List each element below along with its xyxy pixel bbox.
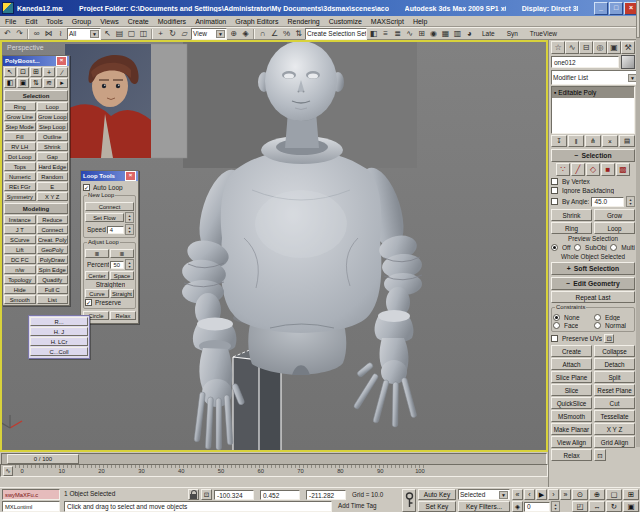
track-bar[interactable]: ∿ 0102030405060708090100 <box>0 464 548 477</box>
percent-field[interactable]: 50 <box>110 261 124 269</box>
render-frame-icon[interactable]: ▥ <box>452 28 463 39</box>
undo-icon[interactable]: ↶ <box>2 28 13 39</box>
connect-button[interactable]: Connect <box>85 202 134 211</box>
polyboost-button[interactable]: List <box>37 295 69 304</box>
absolute-offset-toggle[interactable]: ⊡ <box>201 489 212 500</box>
polyboost-button[interactable]: Ring <box>4 102 36 111</box>
pivot-center-icon[interactable]: ⊕ <box>228 28 239 39</box>
named-selection-dropdown[interactable]: Create Selection Set▼ <box>305 28 367 40</box>
menu-item[interactable]: File <box>5 18 16 25</box>
select-object-icon[interactable]: ↖ <box>102 28 113 39</box>
zoom-region-icon[interactable]: ◰ <box>572 501 588 512</box>
loop-shift-down-icon[interactable]: ≣ <box>110 249 134 258</box>
maximize-viewport-icon[interactable]: ▣ <box>623 501 639 512</box>
menu-item[interactable]: Create <box>128 18 149 25</box>
edit-geometry-button[interactable]: Attach <box>551 358 592 370</box>
edit-geometry-button[interactable]: QuickSlice <box>551 397 592 409</box>
menu-item[interactable]: Animation <box>195 18 226 25</box>
arc-rotate-icon[interactable]: ↻ <box>606 501 622 512</box>
pb-plus-icon[interactable]: + <box>43 67 55 77</box>
loop-button[interactable]: Loop <box>594 222 635 234</box>
polyboost-button[interactable]: Spin Edge <box>37 265 69 274</box>
polyboost-button[interactable]: Dot Loop <box>4 152 36 161</box>
prev-frame-icon[interactable]: ‹ <box>524 489 535 500</box>
flyout-button[interactable]: R... <box>30 317 88 326</box>
play-icon[interactable]: ▶ <box>536 489 547 500</box>
go-start-icon[interactable]: « <box>512 489 523 500</box>
polyboost-button[interactable]: PolyDraw <box>37 255 69 264</box>
schematic-view-icon[interactable]: ⊞ <box>416 28 427 39</box>
polyboost-button[interactable]: Symmetry <box>4 192 36 201</box>
constraint-none-radio[interactable] <box>553 314 560 321</box>
menu-item[interactable]: Rendering <box>287 18 319 25</box>
tab-utilities[interactable]: ⚒ <box>621 41 635 54</box>
window-crossing-icon[interactable]: ◫ <box>138 28 149 39</box>
polyboost-selection-rollout[interactable]: Selection <box>4 90 68 101</box>
minimize-button[interactable]: _ <box>594 2 608 15</box>
preserve-uvs-settings-icon[interactable]: ⊡ <box>604 334 614 343</box>
polyboost-button[interactable]: Loop <box>37 102 69 111</box>
edit-geometry-button[interactable]: Slice <box>551 384 592 396</box>
polyboost-button[interactable]: Outline <box>37 132 69 141</box>
redo-icon[interactable]: ↷ <box>14 28 25 39</box>
loop-tools-titlebar[interactable]: Loop Tools × <box>81 171 138 181</box>
ring-button[interactable]: Ring <box>551 222 592 234</box>
polyboost-button[interactable]: REt FGr <box>4 182 36 191</box>
mini-curve-editor-icon[interactable]: ∿ <box>3 466 13 476</box>
tab-display[interactable]: ▣ <box>607 41 621 54</box>
angle-snap-icon[interactable]: ∠ <box>269 28 280 39</box>
polyboost-button[interactable]: Smooth <box>4 295 36 304</box>
edit-geometry-button[interactable]: Slice Plane <box>551 371 592 383</box>
layer-manager-icon[interactable]: ≣ <box>392 28 403 39</box>
flyout-button[interactable]: C...Coll <box>30 347 88 356</box>
polyboost-button[interactable]: Creat. Poly <box>37 235 69 244</box>
polyboost-button[interactable]: Full C <box>37 285 69 294</box>
maxscript-mini-macro[interactable]: swyMaXFu.c <box>2 489 60 500</box>
set-key-button[interactable]: Set Key <box>418 501 456 512</box>
zoom-extents-icon[interactable]: ▢ <box>606 489 622 500</box>
close-icon[interactable]: × <box>125 171 136 181</box>
polyboost-button[interactable]: Hide <box>4 285 36 294</box>
toolbar-text-button[interactable]: Syn <box>501 30 524 37</box>
toolbar-text-button[interactable]: Late <box>476 30 501 37</box>
ignore-backfacing-checkbox[interactable] <box>551 187 558 194</box>
constraint-face-radio[interactable] <box>553 322 560 329</box>
selection-rollout-header[interactable]: Selection <box>551 149 635 162</box>
menu-item[interactable]: Customize <box>329 18 362 25</box>
lock-selection-button[interactable] <box>188 489 199 500</box>
speed-field[interactable]: 4 <box>107 226 124 234</box>
preview-subobj-radio[interactable] <box>574 244 581 251</box>
zoom-extents-all-icon[interactable]: ⊞ <box>623 489 639 500</box>
edit-geometry-button[interactable]: X Y Z <box>594 423 635 435</box>
panel-scrollbar[interactable] <box>636 0 640 447</box>
menu-item[interactable]: Tools <box>46 18 62 25</box>
current-frame-field[interactable]: 0 <box>524 502 550 512</box>
auto-loop-checkbox[interactable] <box>83 184 90 191</box>
polyboost-button[interactable]: J T <box>4 225 36 234</box>
rect-region-icon[interactable]: ▢ <box>126 28 137 39</box>
percent-spinner[interactable] <box>125 259 134 270</box>
tab-hierarchy[interactable]: ⊟ <box>579 41 593 54</box>
vertex-icon[interactable]: ∵ <box>556 163 570 176</box>
pb-vert-icon[interactable]: ⊡ <box>17 67 29 77</box>
edit-geometry-button[interactable]: Collapse <box>594 345 635 357</box>
render-icon[interactable]: ◕ <box>464 28 475 39</box>
shrink-button[interactable]: Shrink <box>551 209 592 221</box>
polyboost-titlebar[interactable]: PolyBoost... × <box>3 56 69 66</box>
edit-geometry-button[interactable]: Grid Align <box>594 436 635 448</box>
menu-item[interactable]: Help <box>413 18 427 25</box>
constraint-normal-radio[interactable] <box>594 322 601 329</box>
mirror-icon[interactable]: ◧ <box>368 28 379 39</box>
show-end-result-icon[interactable]: ‖ <box>568 135 584 147</box>
edit-geometry-button[interactable]: Tessellate <box>594 410 635 422</box>
polyboost-button[interactable]: Shrink <box>37 142 69 151</box>
edit-geometry-button[interactable]: MSmooth <box>551 410 592 422</box>
move-icon[interactable]: + <box>155 28 166 39</box>
pan-icon[interactable]: ↔ <box>589 501 605 512</box>
object-color-swatch[interactable] <box>621 55 635 69</box>
menu-item[interactable]: MAXScript <box>371 18 404 25</box>
polyboost-button[interactable]: Lift <box>4 245 36 254</box>
angle-field[interactable]: 45.0 <box>591 197 624 207</box>
bind-spacewarp-icon[interactable]: ≀ <box>55 28 66 39</box>
polyboost-button[interactable]: Fill <box>4 132 36 141</box>
